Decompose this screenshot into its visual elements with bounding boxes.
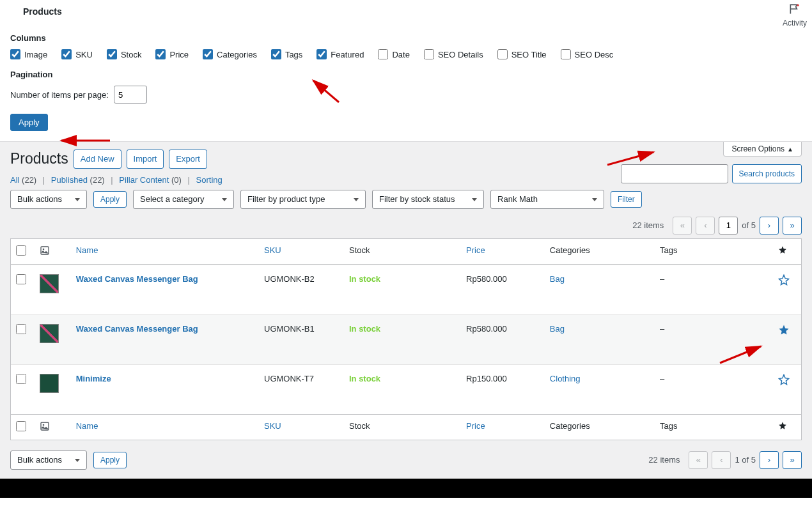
bulk-apply-button[interactable]: Apply (93, 191, 127, 208)
col-sku-sort-bottom[interactable]: SKU (264, 421, 281, 431)
current-page-input[interactable] (719, 217, 738, 235)
product-thumbnail[interactable] (40, 374, 59, 393)
stock-status: In stock (349, 374, 380, 383)
column-checkbox[interactable] (203, 49, 213, 59)
add-new-button[interactable]: Add New (74, 150, 121, 169)
svg-point-0 (797, 4, 799, 6)
product-sku: UGMONK-T7 (259, 364, 344, 414)
select-all-checkbox-bottom[interactable] (16, 421, 26, 431)
items-count: 22 items (632, 220, 664, 230)
bulk-apply-button-bottom[interactable]: Apply (93, 452, 127, 468)
bulk-actions-select[interactable]: Bulk actions (10, 190, 87, 209)
apply-screen-options-button[interactable]: Apply (10, 114, 48, 131)
column-checkbox[interactable] (316, 49, 327, 59)
column-checkbox[interactable] (271, 49, 281, 59)
col-name-sort[interactable]: Name (76, 245, 98, 255)
product-thumbnail[interactable] (40, 324, 59, 343)
column-toggle-stock[interactable]: Stock (107, 49, 142, 59)
next-page-button[interactable]: › (760, 217, 779, 235)
column-checkbox[interactable] (378, 49, 388, 59)
product-tags: – (655, 364, 773, 414)
category-select[interactable]: Select a category (133, 190, 234, 209)
stock-status: In stock (349, 274, 380, 284)
product-type-select[interactable]: Filter by product type (240, 190, 366, 209)
column-checkbox[interactable] (10, 49, 20, 59)
column-toggle-date[interactable]: Date (378, 49, 409, 59)
search-input[interactable] (621, 164, 728, 183)
products-table: Name SKU Stock Price Categories Tags Wax… (10, 238, 802, 440)
rank-math-select[interactable]: Rank Math (490, 190, 604, 209)
column-checkbox[interactable] (497, 49, 508, 59)
stock-status-select[interactable]: Filter by stock status (372, 190, 484, 209)
items-per-page-input[interactable] (114, 86, 147, 104)
col-categories: Categories (550, 245, 590, 255)
row-checkbox[interactable] (16, 274, 26, 284)
svg-point-8 (43, 248, 45, 250)
column-checkbox[interactable] (424, 49, 434, 59)
product-name-link[interactable]: Minimize (76, 374, 111, 383)
tablenav-bottom: 22 items « ‹ 1 of 5 › » (648, 451, 802, 469)
product-name-link[interactable]: Waxed Canvas Messenger Bag (76, 274, 198, 284)
column-checkbox[interactable] (61, 49, 72, 59)
featured-toggle[interactable] (778, 378, 790, 387)
product-sku: UGMONK-B2 (259, 265, 344, 314)
svg-point-10 (43, 424, 45, 426)
flag-icon (788, 3, 801, 15)
column-toggle-sku[interactable]: SKU (61, 49, 93, 59)
view-pillar[interactable]: Pillar Content (119, 175, 169, 185)
filters-bar: Bulk actions Apply Select a category Fil… (0, 190, 812, 214)
row-checkbox[interactable] (16, 374, 26, 384)
row-checkbox[interactable] (16, 324, 26, 334)
columns-checkboxes: ImageSKUStockPriceCategoriesTagsFeatured… (10, 49, 802, 59)
page-title: Products (10, 150, 68, 167)
last-page-button[interactable]: » (783, 217, 802, 235)
product-tags: – (655, 265, 773, 314)
column-toggle-featured[interactable]: Featured (316, 49, 364, 59)
last-page-button-bottom[interactable]: » (783, 451, 802, 469)
col-price-sort[interactable]: Price (466, 245, 485, 255)
export-button[interactable]: Export (169, 150, 207, 169)
product-tags: – (655, 314, 773, 364)
product-category-link[interactable]: Bag (550, 274, 565, 284)
column-toggle-categories[interactable]: Categories (203, 49, 257, 59)
next-page-button-bottom[interactable]: › (760, 451, 779, 469)
column-toggle-tags[interactable]: Tags (271, 49, 302, 59)
col-name-sort-bottom[interactable]: Name (76, 421, 98, 431)
column-checkbox[interactable] (155, 49, 166, 59)
select-all-checkbox[interactable] (16, 245, 26, 256)
col-stock: Stock (349, 245, 370, 255)
column-checkbox[interactable] (561, 49, 571, 59)
product-name-link[interactable]: Waxed Canvas Messenger Bag (76, 324, 198, 334)
column-toggle-price[interactable]: Price (155, 49, 189, 59)
screen-options-toggle[interactable]: Screen Options ▲ (723, 142, 802, 157)
product-sku: UGMONK-B1 (259, 314, 344, 364)
column-toggle-seo-title[interactable]: SEO Title (497, 49, 547, 59)
star-icon (778, 421, 787, 430)
col-price-sort-bottom[interactable]: Price (466, 421, 485, 431)
first-page-button-bottom: « (689, 451, 708, 469)
column-toggle-image[interactable]: Image (10, 49, 47, 59)
import-button[interactable]: Import (127, 150, 164, 169)
featured-toggle[interactable] (778, 278, 790, 288)
search-products-button[interactable]: Search products (732, 164, 802, 183)
breadcrumb: Products (0, 0, 812, 17)
view-all[interactable]: All (10, 175, 19, 185)
column-toggle-seo-details[interactable]: SEO Details (424, 49, 483, 59)
activity-button[interactable]: Activity (783, 3, 807, 27)
table-row: Waxed Canvas Messenger BagUGMONK-B1In st… (11, 314, 801, 364)
product-price: Rp150.000 (461, 364, 545, 414)
featured-toggle[interactable] (778, 328, 790, 337)
product-price: Rp580.000 (461, 314, 545, 364)
stock-status: In stock (349, 324, 380, 334)
view-sorting[interactable]: Sorting (196, 175, 223, 185)
col-sku-sort[interactable]: SKU (264, 245, 281, 255)
column-checkbox[interactable] (107, 49, 117, 59)
product-category-link[interactable]: Clothing (550, 374, 581, 383)
product-category-link[interactable]: Bag (550, 324, 565, 334)
column-toggle-seo-desc[interactable]: SEO Desc (561, 49, 614, 59)
bulk-actions-select-bottom[interactable]: Bulk actions (10, 451, 87, 470)
view-published[interactable]: Published (51, 175, 88, 185)
filter-button[interactable]: Filter (611, 191, 642, 208)
image-icon (40, 245, 50, 256)
product-thumbnail[interactable] (40, 274, 59, 293)
